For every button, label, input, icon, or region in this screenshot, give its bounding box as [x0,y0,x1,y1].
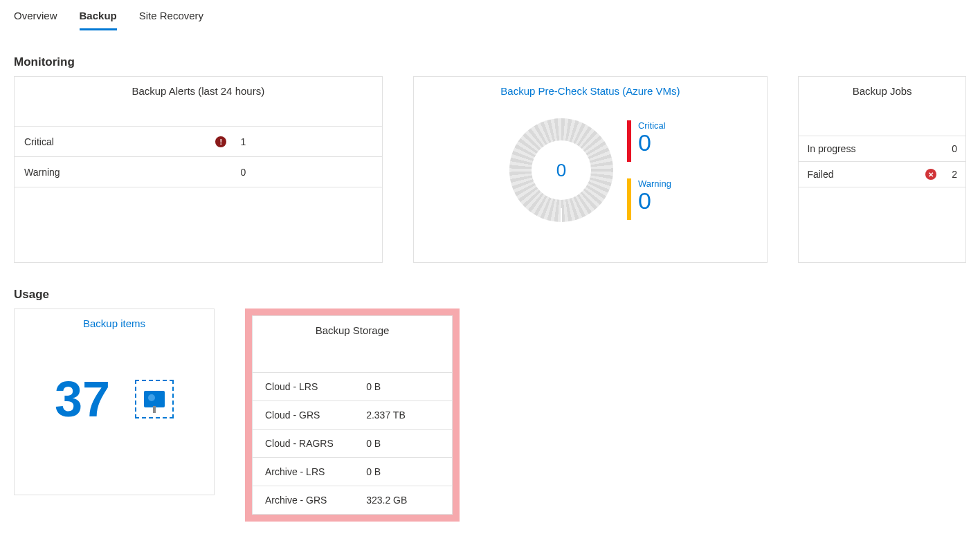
backup-items-body: 37 [15,333,214,465]
precheck-legend: Critical 0 Warning 0 [627,120,671,220]
legend-bar-critical-icon [627,120,631,162]
backup-alerts-title: Backup Alerts (last 24 hours) [15,77,382,101]
storage-value: 323.2 GB [366,495,439,506]
alerts-critical-label: Critical [24,136,215,147]
precheck-title[interactable]: Backup Pre-Check Status (Azure VMs) [414,77,768,101]
storage-value: 0 B [366,438,439,449]
section-monitoring-title: Monitoring [14,55,966,69]
usage-row: Backup items 37 Backup Storage Cloud - L… [14,309,966,522]
backup-storage-title: Backup Storage [253,316,452,372]
storage-row[interactable]: Cloud - RAGRS 0 B [253,429,452,457]
storage-value: 0 B [366,381,439,392]
alerts-critical-value: 1 [240,136,372,147]
legend-critical-value: 0 [638,131,666,154]
legend-warning[interactable]: Warning 0 [627,178,671,220]
backup-alerts-card[interactable]: Backup Alerts (last 24 hours) Critical !… [14,76,383,263]
jobs-row-failed[interactable]: Failed ✕ 2 [799,162,965,187]
storage-value: 0 B [366,466,439,477]
backup-storage-card[interactable]: Backup Storage Cloud - LRS 0 B Cloud - G… [252,315,453,515]
jobs-failed-value: 2 [943,169,957,180]
legend-critical[interactable]: Critical 0 [627,120,671,162]
storage-row[interactable]: Cloud - LRS 0 B [253,372,452,400]
tab-site-recovery[interactable]: Site Recovery [139,6,203,30]
precheck-card[interactable]: Backup Pre-Check Status (Azure VMs) 0 Cr… [413,76,768,263]
storage-label: Archive - GRS [265,495,366,506]
storage-label: Cloud - GRS [265,409,366,421]
failed-icon: ✕ [925,169,943,180]
jobs-row-inprogress[interactable]: In progress 0 [799,136,965,162]
backup-jobs-card[interactable]: Backup Jobs In progress 0 Failed ✕ 2 [798,76,966,263]
backup-items-card[interactable]: Backup items 37 [14,309,215,495]
jobs-inprogress-label: In progress [807,143,925,154]
tab-overview[interactable]: Overview [14,6,57,30]
storage-label: Cloud - LRS [265,381,366,392]
legend-warning-value: 0 [638,189,671,212]
precheck-center-value: 0 [532,140,591,200]
monitoring-row: Backup Alerts (last 24 hours) Critical !… [14,76,966,263]
storage-row[interactable]: Cloud - GRS 2.337 TB [253,400,452,429]
backup-storage-highlight: Backup Storage Cloud - LRS 0 B Cloud - G… [245,309,460,522]
precheck-body: 0 Critical 0 Warning 0 [414,101,768,230]
jobs-table: In progress 0 Failed ✕ 2 [799,136,965,187]
legend-bar-warning-icon [627,178,631,220]
critical-icon: ! [215,136,240,147]
alerts-table: Critical ! 1 Warning 0 [15,126,382,187]
tab-backup[interactable]: Backup [80,6,117,30]
section-usage-title: Usage [14,288,966,302]
backup-items-count: 37 [55,371,110,427]
alerts-row-critical[interactable]: Critical ! 1 [15,127,382,157]
alerts-warning-label: Warning [24,167,215,178]
storage-label: Archive - LRS [265,466,366,477]
alerts-warning-value: 0 [240,167,372,178]
backup-items-icon [135,380,174,418]
alerts-row-warning[interactable]: Warning 0 [15,157,382,187]
backup-jobs-title: Backup Jobs [799,77,965,101]
backup-items-title[interactable]: Backup items [15,309,214,333]
tab-bar: Overview Backup Site Recovery [14,0,966,30]
storage-label: Cloud - RAGRS [265,438,366,449]
jobs-failed-label: Failed [807,169,925,180]
storage-row[interactable]: Archive - GRS 323.2 GB [253,486,452,514]
jobs-inprogress-value: 0 [943,143,957,154]
storage-row[interactable]: Archive - LRS 0 B [253,457,452,486]
storage-value: 2.337 TB [366,409,439,421]
precheck-donut-chart: 0 [509,118,613,222]
